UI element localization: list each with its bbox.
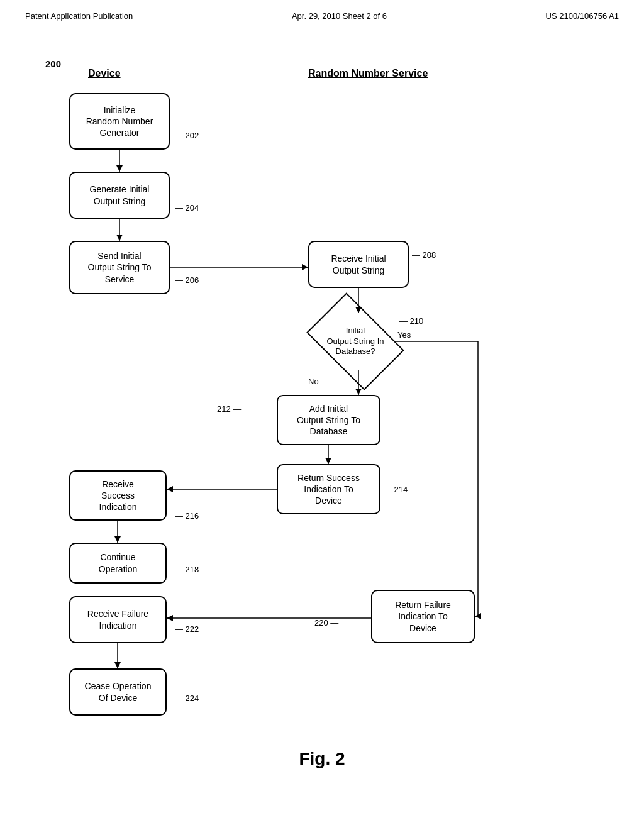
node-218-text: ContinueOperation xyxy=(99,551,137,574)
label-202: — 202 xyxy=(175,131,199,140)
svg-marker-3 xyxy=(116,235,123,241)
node-220: Return FailureIndication ToDevice xyxy=(371,590,475,643)
node-224-text: Cease OperationOf Device xyxy=(85,680,152,703)
svg-marker-25 xyxy=(114,662,121,668)
diagram-number: 200 xyxy=(45,58,61,69)
node-206: Send InitialOutput String ToService xyxy=(69,241,170,294)
svg-marker-16 xyxy=(114,536,121,543)
node-222-text: Receive FailureIndication xyxy=(87,608,148,631)
diagram-container: 200 Device Random Number Service Initial… xyxy=(0,33,644,800)
header-right: US 2100/106756 A1 xyxy=(546,11,619,21)
label-216: — 216 xyxy=(175,511,199,521)
svg-text:No: No xyxy=(308,377,319,386)
svg-marker-23 xyxy=(167,615,173,621)
node-216: ReceiveSuccessIndication xyxy=(69,470,167,521)
svg-marker-14 xyxy=(167,486,173,492)
svg-marker-1 xyxy=(116,165,123,172)
label-222: — 222 xyxy=(175,624,199,634)
node-218: ContinueOperation xyxy=(69,543,167,584)
node-202-text: InitializeRandom NumberGenerator xyxy=(86,104,153,139)
label-210: — 210 xyxy=(399,316,423,326)
node-216-text: ReceiveSuccessIndication xyxy=(99,479,137,513)
label-204: — 204 xyxy=(175,203,199,213)
node-208: Receive InitialOutput String xyxy=(308,241,409,288)
node-214-text: Return SuccessIndication ToDevice xyxy=(297,472,360,507)
label-208: — 208 xyxy=(412,250,436,260)
node-210: InitialOutput String InDatabase? xyxy=(314,313,396,370)
node-204-text: Generate InitialOutput String xyxy=(90,184,150,206)
fig-label: Fig. 2 xyxy=(299,749,345,769)
node-210-text: InitialOutput String InDatabase? xyxy=(326,326,384,358)
node-206-text: Send InitialOutput String ToService xyxy=(88,250,152,285)
node-204: Generate InitialOutput String xyxy=(69,172,170,219)
svg-marker-9 xyxy=(355,389,362,395)
label-212: 212 — xyxy=(217,404,241,414)
svg-text:Yes: Yes xyxy=(397,330,411,340)
label-214: — 214 xyxy=(384,485,408,494)
node-214: Return SuccessIndication ToDevice xyxy=(277,464,380,514)
header-middle: Apr. 29, 2010 Sheet 2 of 6 xyxy=(292,11,387,21)
node-212: Add InitialOutput String ToDatabase xyxy=(277,395,380,445)
label-220: 220 — xyxy=(314,618,338,628)
header-left: Patent Application Publication xyxy=(25,11,133,21)
label-218: — 218 xyxy=(175,565,199,574)
svg-marker-5 xyxy=(302,264,308,270)
service-label: Random Number Service xyxy=(308,68,428,79)
node-220-text: Return FailureIndication ToDevice xyxy=(395,599,451,634)
node-212-text: Add InitialOutput String ToDatabase xyxy=(297,403,360,438)
node-222: Receive FailureIndication xyxy=(69,596,167,643)
svg-marker-12 xyxy=(325,458,331,464)
page-header: Patent Application Publication Apr. 29, … xyxy=(0,0,644,27)
svg-marker-20 xyxy=(475,613,481,619)
node-208-text: Receive InitialOutput String xyxy=(331,253,386,275)
label-206: — 206 xyxy=(175,275,199,285)
label-224: — 224 xyxy=(175,694,199,703)
node-224: Cease OperationOf Device xyxy=(69,668,167,716)
node-202: InitializeRandom NumberGenerator xyxy=(69,93,170,150)
device-label: Device xyxy=(88,68,121,79)
